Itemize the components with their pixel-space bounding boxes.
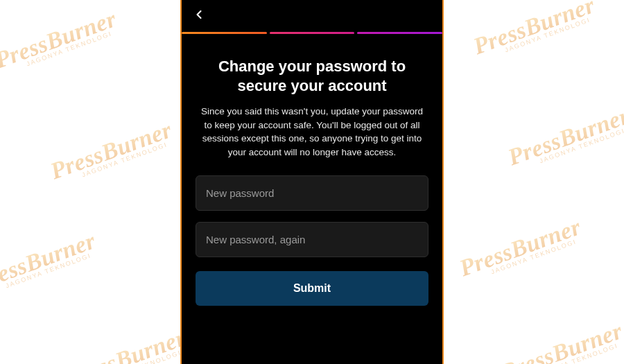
watermark-tagline: JAGONYA TEKNOLOGI — [478, 14, 599, 63]
watermark-text: PressBurner — [47, 116, 175, 184]
watermark-text: PressBurner — [505, 103, 624, 170]
back-button[interactable] — [187, 4, 211, 28]
watermark-text: PressBurner — [0, 227, 99, 295]
watermark-text: PressBurner — [456, 214, 584, 281]
progress-segment-3 — [357, 32, 442, 34]
watermark-tagline: JAGONYA TEKNOLOGI — [0, 28, 121, 77]
watermark-tagline: JAGONYA TEKNOLOGI — [464, 236, 585, 285]
new-password-input[interactable] — [196, 175, 428, 211]
watermark-tagline: JAGONYA TEKNOLOGI — [512, 125, 624, 174]
watermark-tagline: JAGONYA TEKNOLOGI — [69, 347, 190, 364]
submit-button[interactable]: Submit — [196, 271, 428, 306]
watermark-text: PressBurner — [0, 6, 120, 73]
watermark-tagline: JAGONYA TEKNOLOGI — [55, 139, 176, 188]
progress-segment-2 — [270, 32, 355, 34]
watermark-text: PressBurner — [498, 318, 624, 364]
watermark-text: PressBurner — [61, 324, 189, 364]
app-screen: Change your password to secure your acco… — [180, 0, 444, 364]
chevron-left-icon — [192, 8, 206, 24]
page-description: Since you said this wasn't you, update y… — [198, 105, 426, 159]
content-area: Change your password to secure your acco… — [182, 36, 442, 364]
watermark-tagline: JAGONYA TEKNOLOGI — [0, 250, 101, 299]
page-title: Change your password to secure your acco… — [196, 57, 428, 95]
watermark-text: PressBurner — [470, 0, 598, 59]
watermark-tagline: JAGONYA TEKNOLOGI — [505, 340, 624, 364]
top-bar — [182, 0, 442, 32]
new-password-again-input[interactable] — [196, 222, 428, 257]
progress-segment-1 — [182, 32, 267, 34]
